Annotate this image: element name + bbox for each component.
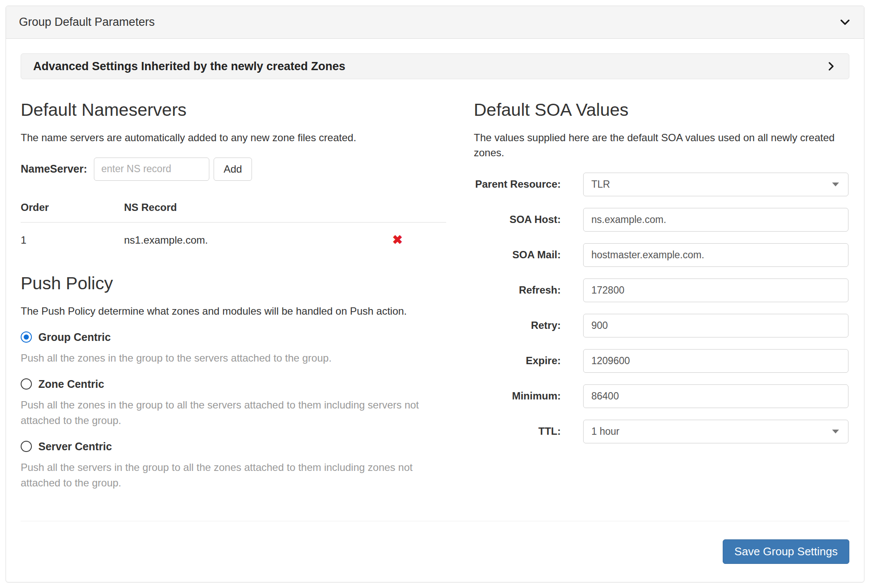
- nameserver-field-label: NameServer:: [21, 163, 87, 175]
- table-row: 1 ns1.example.com. ✖: [21, 222, 446, 258]
- table-header-record: NS Record: [124, 195, 349, 223]
- advanced-settings-label: Advanced Settings Inherited by the newly…: [33, 60, 345, 73]
- zone-centric-radio[interactable]: [21, 378, 32, 390]
- ttl-select[interactable]: [583, 420, 848, 443]
- nameservers-description: The name servers are automatically added…: [21, 130, 446, 145]
- nameserver-order-cell: 1: [21, 222, 124, 258]
- minimum-input[interactable]: [583, 384, 848, 408]
- group-centric-radio[interactable]: [21, 331, 32, 343]
- ttl-label: TTL:: [474, 425, 561, 438]
- retry-label: Retry:: [474, 319, 561, 332]
- parent-resource-label: Parent Resource:: [474, 178, 561, 191]
- expire-input[interactable]: [583, 349, 848, 373]
- right-column: Default SOA Values The values supplied h…: [474, 98, 849, 521]
- panel-header[interactable]: Group Default Parameters: [6, 6, 864, 39]
- push-policy-option-zone-centric: Zone Centric Push all the zones in the g…: [21, 378, 446, 428]
- zone-centric-radio-row[interactable]: Zone Centric: [21, 378, 446, 390]
- left-column: Default Nameservers The name servers are…: [21, 98, 446, 521]
- soa-form: Parent Resource: SOA Host: SOA Mail:: [474, 173, 849, 443]
- table-header-order: Order: [21, 195, 124, 223]
- soa-host-input[interactable]: [583, 208, 848, 232]
- retry-input[interactable]: [583, 314, 848, 337]
- advanced-settings-bar[interactable]: Advanced Settings Inherited by the newly…: [21, 53, 849, 79]
- panel-footer: Save Group Settings: [21, 521, 849, 564]
- soa-description: The values supplied here are the default…: [474, 130, 849, 161]
- server-centric-description: Push all the servers in the group to all…: [21, 460, 446, 491]
- server-centric-label: Server Centric: [38, 440, 112, 453]
- nameservers-title: Default Nameservers: [21, 100, 446, 120]
- soa-title: Default SOA Values: [474, 100, 849, 120]
- expire-row: Expire:: [474, 349, 849, 373]
- expire-label: Expire:: [474, 354, 561, 367]
- parent-resource-value[interactable]: [583, 173, 848, 196]
- nameserver-record-cell: ns1.example.com.: [124, 222, 349, 258]
- soa-mail-input[interactable]: [583, 243, 848, 267]
- soa-mail-row: SOA Mail:: [474, 243, 849, 267]
- panel-title: Group Default Parameters: [19, 15, 155, 29]
- panel-body: Advanced Settings Inherited by the newly…: [6, 39, 864, 582]
- group-centric-label: Group Centric: [38, 331, 111, 344]
- group-centric-radio-row[interactable]: Group Centric: [21, 331, 446, 344]
- nameserver-input[interactable]: [94, 158, 209, 181]
- parent-resource-select[interactable]: [583, 173, 848, 196]
- delete-nameserver-icon[interactable]: ✖: [392, 233, 403, 247]
- server-centric-radio-row[interactable]: Server Centric: [21, 440, 446, 453]
- refresh-row: Refresh:: [474, 279, 849, 302]
- push-policy-title: Push Policy: [21, 273, 446, 294]
- nameserver-table: Order NS Record 1 ns1.example.com. ✖: [21, 195, 446, 258]
- zone-centric-label: Zone Centric: [38, 378, 104, 390]
- ttl-value[interactable]: [583, 420, 848, 443]
- push-policy-option-group-centric: Group Centric Push all the zones in the …: [21, 331, 446, 366]
- soa-mail-label: SOA Mail:: [474, 248, 561, 261]
- server-centric-radio[interactable]: [21, 441, 32, 452]
- parent-resource-row: Parent Resource:: [474, 173, 849, 196]
- soa-host-label: SOA Host:: [474, 213, 561, 226]
- push-policy-description: The Push Policy determine what zones and…: [21, 304, 446, 319]
- push-policy-option-server-centric: Server Centric Push all the servers in t…: [21, 440, 446, 491]
- group-centric-description: Push all the zones in the group to the s…: [21, 350, 446, 366]
- save-group-settings-button[interactable]: Save Group Settings: [723, 539, 849, 564]
- chevron-down-icon[interactable]: [839, 16, 851, 28]
- nameserver-add-row: NameServer: Add: [21, 158, 446, 181]
- ttl-row: TTL:: [474, 420, 849, 443]
- retry-row: Retry:: [474, 314, 849, 337]
- zone-centric-description: Push all the zones in the group to all t…: [21, 397, 446, 428]
- table-header-actions: [349, 195, 446, 223]
- minimum-row: Minimum:: [474, 384, 849, 408]
- minimum-label: Minimum:: [474, 390, 561, 402]
- refresh-input[interactable]: [583, 279, 848, 302]
- chevron-right-icon[interactable]: [826, 60, 837, 73]
- content-columns: Default Nameservers The name servers are…: [21, 98, 849, 521]
- group-default-parameters-panel: Group Default Parameters Advanced Settin…: [6, 6, 864, 582]
- refresh-label: Refresh:: [474, 284, 561, 297]
- soa-host-row: SOA Host:: [474, 208, 849, 232]
- add-nameserver-button[interactable]: Add: [214, 158, 252, 181]
